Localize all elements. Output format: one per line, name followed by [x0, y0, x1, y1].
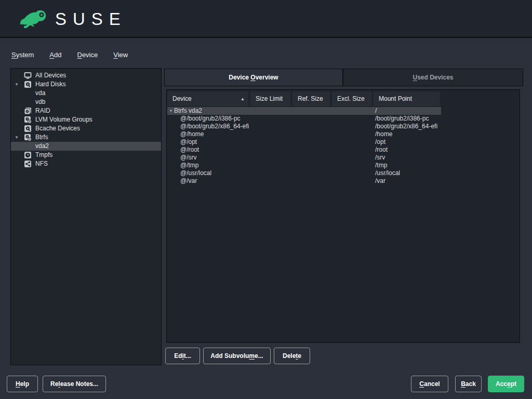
back-button[interactable]: Back	[455, 376, 482, 392]
table-row-subvolume[interactable]: @/usr/local /usr/local	[167, 169, 519, 177]
menu-system[interactable]: System	[11, 51, 34, 59]
sidebar-item-hard-disks[interactable]: ▼ Hard Disks	[11, 80, 161, 89]
table-row-subvolume[interactable]: @/boot/grub2/i386-pc /boot/grub2/i386-pc	[167, 115, 519, 123]
expander-down-icon[interactable]: ▼	[169, 107, 173, 115]
hard-disk-icon	[24, 81, 32, 88]
table-row-subvolume[interactable]: @/srv /srv	[167, 154, 519, 162]
monitor-icon	[24, 72, 32, 79]
sidebar-item-vda2[interactable]: vda2	[11, 142, 161, 151]
column-header-size-limit[interactable]: Size Limit	[250, 91, 290, 106]
help-button[interactable]: Help	[7, 376, 38, 392]
expander-down-icon[interactable]: ▼	[15, 133, 19, 142]
column-header-ref-size[interactable]: Ref. Size	[292, 91, 330, 106]
subvolume-table: Device ▲ Size Limit Ref. Size Excl. Size…	[166, 89, 520, 343]
sidebar-item-vda[interactable]: vda	[11, 89, 161, 98]
sidebar-item-vdb[interactable]: vdb	[11, 98, 161, 107]
column-header-device[interactable]: Device ▲	[167, 91, 248, 106]
sidebar-item-nfs[interactable]: NFS	[11, 159, 161, 168]
table-row-subvolume[interactable]: @/home /home	[167, 130, 519, 138]
table-row-subvolume[interactable]: @/opt /opt	[167, 138, 519, 146]
delete-button[interactable]: Delete	[274, 348, 310, 364]
sidebar-item-raid[interactable]: RAID	[11, 107, 161, 115]
sidebar-item-tmpfs[interactable]: Tmpfs	[11, 151, 161, 159]
table-body: ▼ Btrfs vda2 / @/boot/grub2/i386-pc /boo…	[167, 107, 519, 185]
table-row-subvolume[interactable]: @/tmp /tmp	[167, 162, 519, 169]
table-row-subvolume[interactable]: @/root /root	[167, 146, 519, 154]
sidebar-item-all-devices[interactable]: All Devices	[11, 71, 161, 80]
sidebar-item-lvm-volume-groups[interactable]: LVM Volume Groups	[11, 115, 161, 124]
column-header-mount-point[interactable]: Mount Point	[374, 91, 440, 106]
lvm-icon	[24, 116, 32, 124]
table-row-subvolume[interactable]: @/boot/grub2/x86_64-efi /boot/grub2/x86_…	[167, 123, 519, 130]
tmpfs-clock-icon	[24, 151, 32, 159]
nfs-share-icon	[24, 160, 32, 168]
tab-device-overview[interactable]: Device Overview	[164, 69, 343, 86]
brand-wordmark: SUSE	[55, 9, 127, 28]
bcache-icon	[24, 125, 32, 132]
column-header-excl-size[interactable]: Excl. Size	[332, 91, 371, 106]
suse-chameleon-icon	[16, 7, 48, 31]
suse-logo: SUSE	[16, 7, 127, 31]
add-subvolume-button[interactable]: Add Subvolume...	[203, 348, 271, 364]
menu-bar: System Add Device View	[11, 51, 128, 59]
edit-button[interactable]: Edit...	[165, 348, 200, 364]
device-tree-panel: All Devices ▼ Hard Disks vda vdb RAID	[10, 68, 162, 365]
menu-add[interactable]: Add	[49, 51, 61, 59]
menu-view[interactable]: View	[113, 51, 128, 59]
table-header: Device ▲ Size Limit Ref. Size Excl. Size…	[167, 91, 440, 106]
table-row-subvolume[interactable]: @/var /var	[167, 177, 519, 185]
table-row-btrfs-vda2[interactable]: ▼ Btrfs vda2 /	[167, 107, 441, 115]
sort-ascending-icon: ▲	[241, 97, 245, 101]
menu-device[interactable]: Device	[77, 51, 98, 59]
btrfs-icon	[24, 134, 32, 141]
accept-button[interactable]: Accept	[488, 376, 524, 392]
top-banner: SUSE	[0, 0, 532, 38]
release-notes-button[interactable]: Release Notes...	[43, 376, 106, 392]
expander-down-icon[interactable]: ▼	[15, 80, 19, 89]
sidebar-item-bcache-devices[interactable]: Bcache Devices	[11, 124, 161, 133]
tab-used-devices[interactable]: Used Devices	[343, 69, 523, 86]
raid-icon	[24, 107, 32, 115]
sidebar-item-btrfs[interactable]: ▼ Btrfs	[11, 133, 161, 142]
cancel-button[interactable]: Cancel	[411, 376, 448, 392]
